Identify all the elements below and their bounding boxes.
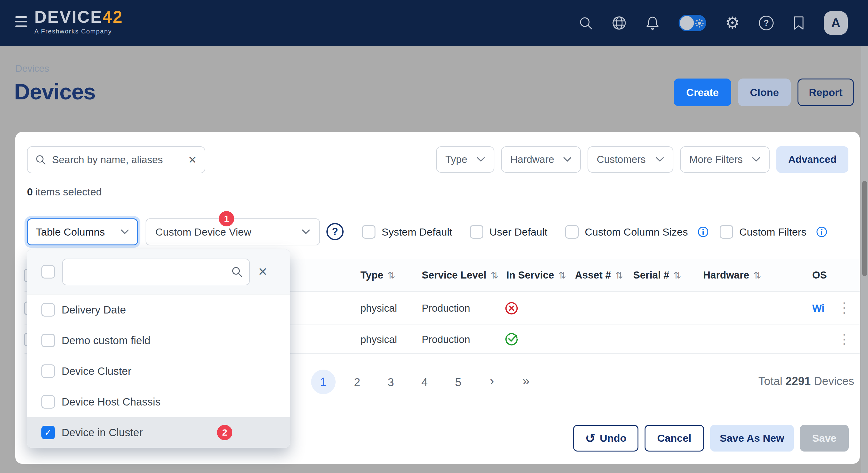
cell-service-level: Production <box>422 334 470 345</box>
panel-search-input[interactable] <box>69 266 231 277</box>
chevron-down-icon <box>302 229 310 235</box>
chevron-down-icon <box>752 157 761 162</box>
filter-more-filters[interactable]: More Filters <box>680 146 770 173</box>
sort-icon[interactable]: ⇅ <box>558 270 566 281</box>
page-1-button[interactable]: 1 <box>311 369 336 394</box>
column-header-service-level[interactable]: Service Level⇅ <box>422 269 498 281</box>
info-icon[interactable] <box>698 226 709 237</box>
row-actions-kebab-icon[interactable]: ⋮ <box>837 331 849 347</box>
info-icon[interactable] <box>816 226 827 237</box>
globe-icon[interactable] <box>612 16 626 30</box>
column-option-delivery-date[interactable]: Delivery Date <box>27 294 290 325</box>
filter-type[interactable]: Type <box>436 146 494 173</box>
logo-wordmark: DEVICE42 <box>34 8 123 26</box>
column-option-device-in-cluster[interactable]: ✓ Device in Cluster 2 <box>27 417 290 447</box>
cell-service-level: Production <box>422 302 470 314</box>
chevron-down-icon <box>656 157 664 162</box>
next-page-button[interactable]: › <box>483 374 501 388</box>
device-in-cluster-badge: 2 <box>217 425 232 440</box>
create-button[interactable]: Create <box>674 79 731 106</box>
column-option-device-host-chassis[interactable]: Device Host Chassis <box>27 386 290 417</box>
gear-icon[interactable]: ⚙ <box>725 15 740 31</box>
column-header-os[interactable]: OS <box>812 269 829 281</box>
logo-subtitle: A Freshworks Company <box>34 28 123 35</box>
avatar[interactable]: A <box>824 11 848 35</box>
column-checkbox[interactable] <box>41 334 55 347</box>
column-header-asset[interactable]: Asset #⇅ <box>575 269 623 281</box>
filter-customers[interactable]: Customers <box>588 146 673 173</box>
panel-select-all-checkbox[interactable] <box>41 265 55 278</box>
chevron-down-icon <box>476 157 485 162</box>
page-scrollbar-thumb[interactable] <box>862 181 867 276</box>
clear-search-icon[interactable]: ✕ <box>188 155 197 165</box>
system-default-option[interactable]: System Default <box>362 225 453 239</box>
page-3-button[interactable]: 3 <box>381 376 400 389</box>
selection-count: 0items selected <box>27 186 102 198</box>
table-columns-dropdown[interactable]: Table Columns <box>27 218 138 245</box>
theme-toggle[interactable] <box>679 15 706 31</box>
advanced-filters-button[interactable]: Advanced <box>776 146 848 173</box>
page-scrollbar-track[interactable] <box>861 46 868 473</box>
page-actions: Create Clone Report <box>674 79 854 106</box>
sort-icon[interactable]: ⇅ <box>615 270 623 281</box>
custom-view-badge: 1 <box>219 211 234 226</box>
filter-hardware[interactable]: Hardware <box>501 146 581 173</box>
sort-icon[interactable]: ⇅ <box>753 270 761 281</box>
navbar-icons: ⚙ ? A <box>579 0 848 46</box>
column-option-demo-custom-field[interactable]: Demo custom field <box>27 325 290 356</box>
page-4-button[interactable]: 4 <box>415 376 434 389</box>
filter-bar: Type Hardware Customers More Filters Adv… <box>436 146 848 173</box>
column-checkbox[interactable] <box>41 303 55 317</box>
sun-icon <box>695 19 704 29</box>
column-header-in-service[interactable]: In Service⇅ <box>506 269 566 281</box>
custom-filters-option[interactable]: Custom Filters <box>720 225 827 239</box>
page-5-button[interactable]: 5 <box>449 376 467 389</box>
hamburger-menu-icon[interactable] <box>15 16 27 27</box>
undo-button[interactable]: ↺ Undo <box>573 425 639 451</box>
close-icon[interactable]: ✕ <box>258 266 268 277</box>
device42-logo: DEVICE42 A Freshworks Company <box>34 8 123 35</box>
page-2-button[interactable]: 2 <box>348 376 366 389</box>
last-page-button[interactable]: » <box>517 374 535 388</box>
help-icon[interactable]: ? <box>327 223 344 240</box>
user-default-checkbox[interactable] <box>470 225 483 239</box>
search-input[interactable] <box>52 154 182 166</box>
save-button[interactable]: Save <box>800 425 849 451</box>
report-button[interactable]: Report <box>798 79 854 106</box>
custom-filters-checkbox[interactable] <box>720 225 733 239</box>
column-checkbox[interactable] <box>41 364 55 378</box>
column-checkbox-checked[interactable]: ✓ <box>41 426 55 439</box>
cancel-button[interactable]: Cancel <box>645 425 704 451</box>
clone-button[interactable]: Clone <box>738 79 791 106</box>
column-header-serial[interactable]: Serial #⇅ <box>633 269 681 281</box>
save-as-new-button[interactable]: Save As New <box>710 425 794 451</box>
user-default-option[interactable]: User Default <box>470 225 548 239</box>
panel-header: ✕ <box>27 249 290 294</box>
sort-icon[interactable]: ⇅ <box>491 270 498 281</box>
os-link[interactable]: Wi <box>812 302 825 314</box>
search-icon[interactable] <box>579 16 593 30</box>
chevron-down-icon <box>563 157 571 162</box>
custom-column-sizes-checkbox[interactable] <box>565 225 579 239</box>
footer-actions: ↺ Undo Cancel Save As New Save <box>573 425 849 451</box>
chevron-down-icon <box>120 229 129 235</box>
search-icon <box>231 266 242 277</box>
search-icon <box>36 155 46 165</box>
help-icon[interactable]: ? <box>759 16 774 30</box>
column-header-hardware[interactable]: Hardware⇅ <box>703 269 761 281</box>
in-service-no-icon <box>504 301 519 318</box>
system-default-checkbox[interactable] <box>362 225 375 239</box>
table-columns-panel: ✕ Delivery Date Demo custom field Device… <box>27 249 290 447</box>
column-option-device-cluster[interactable]: Device Cluster <box>27 356 290 386</box>
bookmark-icon[interactable] <box>793 16 805 30</box>
top-navbar: DEVICE42 A Freshworks Company ⚙ ? A <box>0 0 868 46</box>
column-checkbox[interactable] <box>41 395 55 409</box>
custom-column-sizes-option[interactable]: Custom Column Sizes <box>565 225 709 239</box>
breadcrumb[interactable]: Devices <box>15 63 49 74</box>
sort-icon[interactable]: ⇅ <box>673 270 681 281</box>
row-actions-kebab-icon[interactable]: ⋮ <box>837 300 849 316</box>
bell-icon[interactable] <box>646 15 659 31</box>
sort-icon[interactable]: ⇅ <box>388 270 395 281</box>
page-title: Devices <box>14 79 95 104</box>
column-header-type[interactable]: Type⇅ <box>361 269 395 281</box>
